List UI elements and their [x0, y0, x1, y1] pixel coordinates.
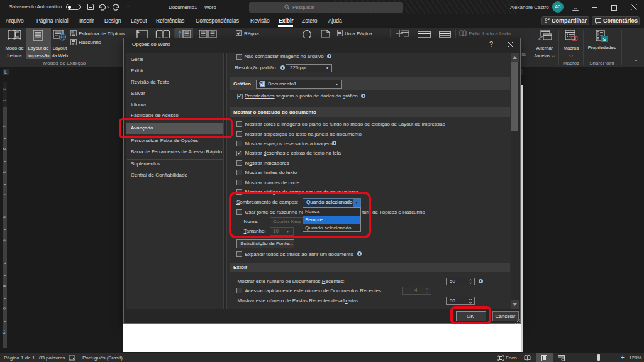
svg-text:S: S	[602, 36, 606, 42]
